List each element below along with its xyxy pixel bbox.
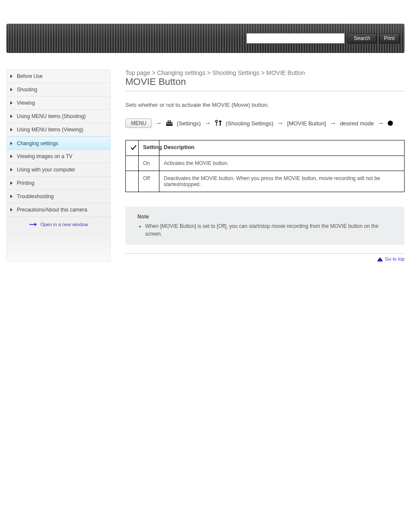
sidebar-item-label: Using MENU items (Shooting) xyxy=(17,113,86,119)
triangle-up-icon xyxy=(377,256,383,261)
sidebar-item-precautions[interactable]: Precautions/About this camera xyxy=(7,203,110,217)
chevron-right-icon xyxy=(10,195,12,198)
search-input[interactable] xyxy=(246,33,345,44)
bullet-icon xyxy=(388,121,393,126)
settings-table: Setting Description On Activates the MOV… xyxy=(125,140,405,192)
chevron-right-icon xyxy=(10,181,12,185)
svg-rect-5 xyxy=(219,121,221,122)
menu-button-label: MENU xyxy=(125,118,152,128)
arrow-right-icon: → xyxy=(204,119,211,127)
th-default xyxy=(126,140,139,156)
svg-rect-4 xyxy=(216,122,217,126)
note-box: Note When [MOVIE Button] is set to [Off]… xyxy=(125,207,405,245)
sidebar-item-label: Precautions/About this camera xyxy=(17,207,87,213)
sidebar-item-printing[interactable]: Printing xyxy=(7,177,110,190)
chevron-right-icon xyxy=(10,128,12,131)
go-to-top[interactable]: Go to top xyxy=(377,256,405,261)
note-item: When [MOVIE Button] is set to [Off], you… xyxy=(145,222,392,238)
svg-rect-2 xyxy=(166,124,173,124)
sidebar-item-viewing[interactable]: Viewing xyxy=(7,96,110,110)
sidebar-item-menu-shooting[interactable]: Using MENU items (Shooting) xyxy=(7,110,110,123)
page-title: MOVIE Button xyxy=(125,76,405,87)
chevron-right-icon xyxy=(10,208,12,212)
chevron-right-icon xyxy=(10,101,12,105)
chevron-right-icon xyxy=(10,115,12,118)
menu-step-label: (Settings) xyxy=(177,120,201,127)
th-description: Description xyxy=(159,140,405,156)
print-button[interactable]: Print xyxy=(379,33,399,44)
sidebar-item-label: Viewing images on a TV xyxy=(17,153,72,159)
svg-rect-1 xyxy=(168,121,171,123)
checkmark-icon xyxy=(130,144,137,151)
sidebar-item-tv[interactable]: Viewing images on a TV xyxy=(7,150,110,163)
sidebar-item-label: Changing settings xyxy=(17,140,58,146)
sidebar-item-label: Viewing xyxy=(17,100,35,106)
sidebar-item-before-use[interactable]: Before Use xyxy=(7,70,110,83)
cell-default xyxy=(126,156,139,171)
chevron-right-icon xyxy=(10,142,12,145)
sidebar: Before Use Shooting Viewing Using MENU i… xyxy=(6,69,111,261)
search-button[interactable]: Search xyxy=(347,33,377,44)
sidebar-item-label: Printing xyxy=(17,180,34,186)
arrow-right-icon xyxy=(29,223,37,226)
header-bar: Search Print xyxy=(6,24,405,53)
main: Top page > Changing settings > Shooting … xyxy=(125,69,405,261)
breadcrumb: Top page > Changing settings > Shooting … xyxy=(125,69,405,76)
sidebar-item-computer[interactable]: Using with your computer xyxy=(7,163,110,177)
footer: Go to top xyxy=(125,253,405,261)
chevron-right-icon xyxy=(10,155,12,158)
menu-step-label: desired mode xyxy=(340,120,374,127)
cell-default xyxy=(126,171,139,192)
menu-path: MENU → (Settings) → (Shooting Settings) … xyxy=(125,118,405,128)
menu-step-label: (Shooting Settings) xyxy=(226,120,274,127)
note-title: Note xyxy=(137,214,392,220)
divider xyxy=(125,91,405,91)
sidebar-item-shooting[interactable]: Shooting xyxy=(7,83,110,96)
cell-desc: Activates the MOVIE button. xyxy=(159,156,405,171)
arrow-right-icon: → xyxy=(377,119,384,127)
table-row: Off Deactivates the MOVIE button. When y… xyxy=(126,171,405,192)
sidebar-item-label: Troubleshooting xyxy=(17,193,54,199)
sidebar-item-label: Using MENU items (Viewing) xyxy=(17,127,83,133)
tools-icon xyxy=(215,120,222,127)
chevron-right-icon xyxy=(10,168,12,171)
svg-point-3 xyxy=(215,120,218,122)
sidebar-item-changing-settings[interactable]: Changing settings xyxy=(7,137,110,150)
cell-setting: Off xyxy=(139,171,159,192)
chevron-right-icon xyxy=(10,75,12,78)
chevron-right-icon xyxy=(10,88,12,91)
menu-step-label: [MOVIE Button] xyxy=(287,120,326,127)
go-to-top-label: Go to top xyxy=(385,256,405,261)
arrow-right-icon: → xyxy=(330,119,336,127)
arrow-right-icon: → xyxy=(277,119,284,127)
cell-setting: On xyxy=(139,156,159,171)
sidebar-item-label: Shooting xyxy=(17,87,37,93)
th-setting: Setting xyxy=(139,140,159,156)
sidebar-item-troubleshooting[interactable]: Troubleshooting xyxy=(7,190,110,203)
cell-desc: Deactivates the MOVIE button. When you p… xyxy=(159,171,405,192)
open-new-label: Open in a new window xyxy=(40,222,88,227)
arrow-right-icon: → xyxy=(155,119,162,127)
sidebar-item-label: Using with your computer xyxy=(17,167,75,173)
lead: Sets whether or not to activate the MOVI… xyxy=(125,102,405,108)
table-row: On Activates the MOVIE button. xyxy=(126,156,405,171)
svg-rect-6 xyxy=(220,122,221,126)
open-new-window[interactable]: Open in a new window xyxy=(7,222,110,227)
search-group: Search Print xyxy=(246,33,399,44)
sidebar-item-menu-viewing[interactable]: Using MENU items (Viewing) xyxy=(7,123,110,137)
sidebar-item-label: Before Use xyxy=(17,73,43,79)
toolbox-icon xyxy=(165,120,173,127)
